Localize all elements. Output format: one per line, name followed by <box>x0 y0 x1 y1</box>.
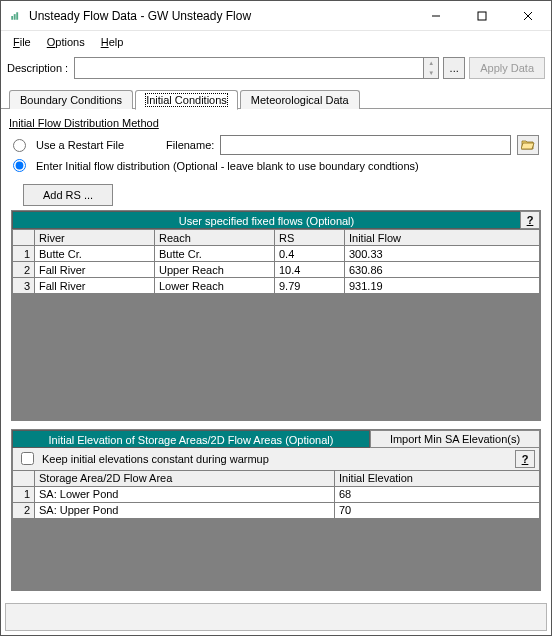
row-number: 3 <box>13 278 35 294</box>
table-header-row: River Reach RS Initial Flow <box>13 230 540 246</box>
fixed-flows-help-button[interactable]: ? <box>520 211 540 229</box>
col-storage-area: Storage Area/2D Flow Area <box>35 470 335 486</box>
open-file-button[interactable] <box>517 135 539 155</box>
cell-rs[interactable]: 0.4 <box>275 246 345 262</box>
description-row: Description : ▲ ▼ ... Apply Data <box>1 53 551 87</box>
corner-cell <box>13 470 35 486</box>
status-bar <box>5 603 547 631</box>
col-initial-elevation: Initial Elevation <box>335 470 540 486</box>
title-bar: Unsteady Flow Data - GW Unsteady Flow <box>1 1 551 31</box>
tab-meteorological-data[interactable]: Meteorological Data <box>240 90 360 109</box>
storage-table[interactable]: Storage Area/2D Flow Area Initial Elevat… <box>12 470 540 519</box>
cell-river[interactable]: Fall River <box>35 278 155 294</box>
open-folder-icon <box>521 138 535 152</box>
tab-initial-conditions[interactable]: Initial Conditions <box>135 90 238 110</box>
menu-options[interactable]: Options <box>39 34 93 50</box>
svg-rect-1 <box>14 14 16 20</box>
svg-rect-0 <box>11 16 13 20</box>
svg-rect-4 <box>478 12 486 20</box>
window-title: Unsteady Flow Data - GW Unsteady Flow <box>25 1 413 30</box>
table-header-row: Storage Area/2D Flow Area Initial Elevat… <box>13 470 540 486</box>
maximize-button[interactable] <box>459 1 505 30</box>
cell-initial-elevation[interactable]: 68 <box>335 486 540 502</box>
row-number: 2 <box>13 502 35 518</box>
cell-reach[interactable]: Lower Reach <box>155 278 275 294</box>
cell-reach[interactable]: Upper Reach <box>155 262 275 278</box>
keep-elev-checkbox[interactable] <box>21 452 34 465</box>
col-river: River <box>35 230 155 246</box>
fixed-flows-block: User specified fixed flows (Optional) ? … <box>11 210 541 421</box>
table-row[interactable]: 3Fall RiverLower Reach9.79931.19 <box>13 278 540 294</box>
col-reach: Reach <box>155 230 275 246</box>
col-initial-flow: Initial Flow <box>345 230 540 246</box>
menu-bar: File Options Help <box>1 31 551 53</box>
keep-elev-label: Keep initial elevations constant during … <box>42 453 269 465</box>
table-row[interactable]: 1SA: Lower Pond68 <box>13 486 540 502</box>
row-number: 1 <box>13 246 35 262</box>
apply-data-button[interactable]: Apply Data <box>469 57 545 79</box>
use-restart-radio[interactable] <box>13 139 26 152</box>
enter-distribution-row: Enter Initial flow distribution (Optiona… <box>9 157 543 174</box>
description-spinner[interactable]: ▲ ▼ <box>423 57 439 79</box>
cell-initial-flow[interactable]: 300.33 <box>345 246 540 262</box>
description-label: Description : <box>7 62 70 74</box>
help-icon: ? <box>527 214 534 226</box>
cell-initial-flow[interactable]: 630.86 <box>345 262 540 278</box>
cell-storage-area[interactable]: SA: Lower Pond <box>35 486 335 502</box>
enter-distribution-label: Enter Initial flow distribution (Optiona… <box>36 160 419 172</box>
description-input[interactable] <box>74 57 423 79</box>
table-row[interactable]: 2Fall RiverUpper Reach10.4630.86 <box>13 262 540 278</box>
enter-distribution-radio[interactable] <box>13 159 26 172</box>
cell-river[interactable]: Fall River <box>35 262 155 278</box>
row-number: 2 <box>13 262 35 278</box>
col-rs: RS <box>275 230 345 246</box>
fixed-flows-table[interactable]: River Reach RS Initial Flow 1Butte Cr.Bu… <box>12 229 540 294</box>
storage-areas-block: Initial Elevation of Storage Areas/2D Fl… <box>11 429 541 591</box>
minimize-button[interactable] <box>413 1 459 30</box>
cell-initial-elevation[interactable]: 70 <box>335 502 540 518</box>
table-row[interactable]: 1Butte Cr.Butte Cr.0.4300.33 <box>13 246 540 262</box>
corner-cell <box>13 230 35 246</box>
spinner-up-icon[interactable]: ▲ <box>424 58 438 68</box>
storage-help-button[interactable]: ? <box>515 450 535 468</box>
spinner-down-icon[interactable]: ▼ <box>424 68 438 78</box>
tab-strip: Boundary Conditions Initial Conditions M… <box>1 87 551 109</box>
fixed-flows-title: User specified fixed flows (Optional) <box>12 211 520 229</box>
import-btn-label: Import Min SA Elevation(s) <box>390 433 520 445</box>
cell-river[interactable]: Butte Cr. <box>35 246 155 262</box>
section-title: Initial Flow Distribution Method <box>9 117 543 129</box>
table-row[interactable]: 2SA: Upper Pond70 <box>13 502 540 518</box>
row-number: 1 <box>13 486 35 502</box>
cell-storage-area[interactable]: SA: Upper Pond <box>35 502 335 518</box>
add-rs-button[interactable]: Add RS ... <box>23 184 113 206</box>
app-icon <box>5 1 25 30</box>
use-restart-label: Use a Restart File <box>36 139 124 151</box>
menu-help[interactable]: Help <box>93 34 132 50</box>
filename-label: Filename: <box>166 139 214 151</box>
cell-initial-flow[interactable]: 931.19 <box>345 278 540 294</box>
filename-input[interactable] <box>220 135 511 155</box>
cell-rs[interactable]: 10.4 <box>275 262 345 278</box>
menu-file[interactable]: File <box>5 34 39 50</box>
tab-boundary-conditions[interactable]: Boundary Conditions <box>9 90 133 109</box>
storage-title: Initial Elevation of Storage Areas/2D Fl… <box>12 430 370 448</box>
keep-elev-row: Keep initial elevations constant during … <box>12 448 540 470</box>
help-icon: ? <box>522 453 529 465</box>
svg-rect-2 <box>16 12 18 20</box>
initial-conditions-panel: Initial Flow Distribution Method Use a R… <box>1 109 551 601</box>
close-button[interactable] <box>505 1 551 30</box>
cell-rs[interactable]: 9.79 <box>275 278 345 294</box>
import-min-sa-elev-button[interactable]: Import Min SA Elevation(s) <box>370 430 540 448</box>
description-more-button[interactable]: ... <box>443 57 465 79</box>
use-restart-row: Use a Restart File Filename: <box>9 133 543 157</box>
cell-reach[interactable]: Butte Cr. <box>155 246 275 262</box>
